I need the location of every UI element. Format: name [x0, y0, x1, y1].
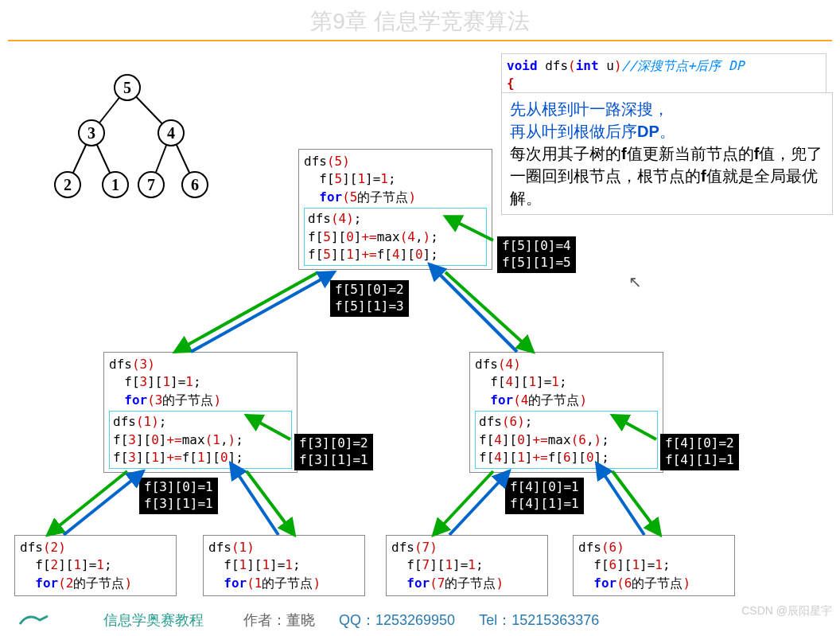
tree-diagram: 5 3 4 2 1 7 6 [48, 65, 255, 224]
dfs3-box: dfs(3) f[3][1]=1; for(3的子节点) dfs(1); f[3… [103, 352, 298, 473]
svg-line-30 [434, 471, 493, 535]
dfs4-result-a: f[4][0]=2f[4][1]=1 [660, 434, 739, 470]
svg-text:2: 2 [64, 176, 72, 193]
dfs3-result-a: f[3][0]=2f[3][1]=1 [294, 434, 373, 470]
footer: 信息学奥赛教程 作者：董晓 QQ：1253269950 Tel：15215363… [0, 604, 840, 636]
logo-icon [16, 608, 56, 632]
svg-text:4: 4 [167, 124, 175, 142]
svg-text:5: 5 [123, 79, 131, 96]
svg-line-20 [175, 272, 318, 352]
svg-line-27 [247, 471, 294, 535]
svg-line-21 [191, 272, 334, 352]
explanation-note: 先从根到叶一路深搜， 再从叶到根做后序DP。 每次用其子树的f值更新当前节点的f… [501, 92, 833, 215]
dfs4-inner: dfs(6); f[4][0]+=max(6,); f[4][1]+=f[6][… [475, 411, 658, 469]
cursor-icon: ↖ [628, 272, 642, 291]
page-title: 第9章 信息学竞赛算法 [0, 0, 840, 40]
dfs4-result-b: f[4][0]=1f[4][1]=1 [505, 478, 584, 514]
dfs3-result-b: f[3][0]=1f[3][1]=1 [139, 478, 218, 514]
svg-line-33 [597, 463, 644, 535]
svg-text:7: 7 [147, 176, 155, 193]
svg-text:6: 6 [191, 176, 199, 193]
dfs5-inner: dfs(4); f[5][0]+=max(4,); f[5][1]+=f[4][… [304, 208, 487, 266]
svg-line-23 [430, 264, 517, 352]
svg-text:1: 1 [111, 176, 119, 193]
svg-line-25 [48, 471, 127, 535]
dfs3-inner: dfs(1); f[3][0]+=max(1,); f[3][1]+=f[1][… [109, 411, 292, 469]
svg-line-28 [231, 463, 278, 535]
diagram-area: 5 3 4 2 1 7 6 void dfs(int u)//深搜节点+后序 D… [0, 41, 840, 615]
dfs4-box: dfs(4) f[4][1]=1; for(4的子节点) dfs(6); f[4… [469, 352, 663, 473]
dfs6-box: dfs(6) f[6][1]=1; for(6的子节点) [573, 535, 735, 596]
dfs5-box: dfs(5) f[5][1]=1; for(5的子节点) dfs(4); f[5… [298, 149, 492, 270]
svg-line-31 [449, 471, 509, 535]
svg-line-22 [445, 272, 533, 352]
code-signature: void dfs(int u)//深搜节点+后序 DP { [501, 53, 826, 97]
dfs2-box: dfs(2) f[2][1]=1; for(2的子节点) [14, 535, 177, 596]
dfs5-result-b: f[5][0]=2f[5][1]=3 [330, 280, 409, 317]
svg-line-26 [64, 471, 143, 535]
svg-text:3: 3 [88, 124, 95, 142]
dfs5-result-a: f[5][0]=4f[5][1]=5 [497, 236, 576, 273]
svg-line-32 [612, 471, 660, 535]
dfs1-box: dfs(1) f[1][1]=1; for(1的子节点) [203, 535, 365, 596]
watermark: CSDN @辰阳星宇 [741, 604, 832, 618]
dfs7-box: dfs(7) f[7][1]=1; for(7的子节点) [386, 535, 548, 596]
